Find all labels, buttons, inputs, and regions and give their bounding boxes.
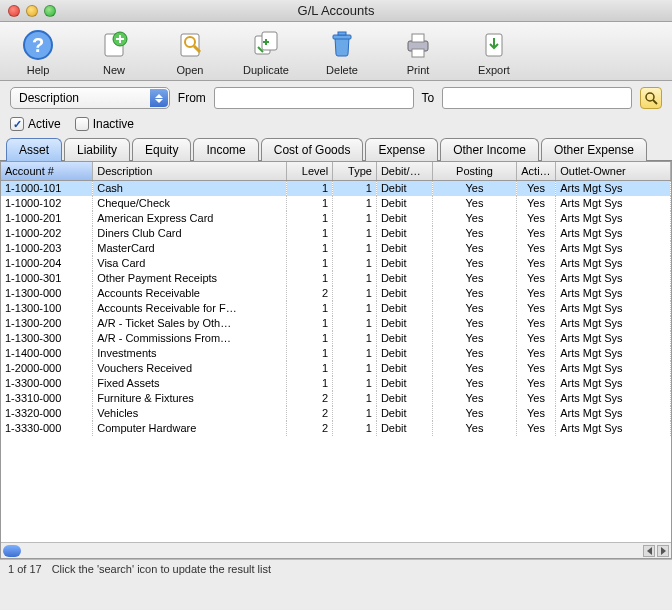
cell-account: 1-3310-000 bbox=[1, 391, 93, 406]
scroll-right-icon[interactable] bbox=[657, 545, 669, 557]
table-row[interactable]: 1-1000-201American Express Card11DebitYe… bbox=[1, 211, 671, 226]
table-body: 1-1000-101Cash11DebitYesYesArts Mgt Sys1… bbox=[1, 181, 671, 436]
to-input[interactable] bbox=[442, 87, 632, 109]
cell-type: 1 bbox=[333, 286, 377, 301]
tab-liability[interactable]: Liability bbox=[64, 138, 130, 161]
cell-description: Visa Card bbox=[93, 256, 287, 271]
cell-posting: Yes bbox=[433, 241, 516, 256]
table-row[interactable]: 1-3330-000Computer Hardware21DebitYesYes… bbox=[1, 421, 671, 436]
table-row[interactable]: 1-3320-000Vehicles21DebitYesYesArts Mgt … bbox=[1, 406, 671, 421]
cell-dc: Debit bbox=[376, 211, 432, 226]
cell-posting: Yes bbox=[433, 286, 516, 301]
inactive-checkbox[interactable]: Inactive bbox=[75, 117, 134, 131]
cell-account: 1-3320-000 bbox=[1, 406, 93, 421]
new-button[interactable]: New bbox=[86, 28, 142, 76]
search-button[interactable] bbox=[640, 87, 662, 109]
tab-expense[interactable]: Expense bbox=[365, 138, 438, 161]
from-label: From bbox=[178, 91, 206, 105]
column-header-type[interactable]: Type bbox=[333, 162, 377, 180]
cell-owner: Arts Mgt Sys bbox=[556, 286, 671, 301]
cell-posting: Yes bbox=[433, 196, 516, 211]
column-header-description[interactable]: Description bbox=[93, 162, 287, 180]
column-header-account[interactable]: Account # bbox=[1, 162, 93, 180]
cell-active: Yes bbox=[516, 196, 556, 211]
cell-type: 1 bbox=[333, 331, 377, 346]
cell-owner: Arts Mgt Sys bbox=[556, 196, 671, 211]
cell-description: Fixed Assets bbox=[93, 376, 287, 391]
column-header-active[interactable]: Acti… bbox=[516, 162, 556, 180]
table-row[interactable]: 1-3310-000Furniture & Fixtures21DebitYes… bbox=[1, 391, 671, 406]
scroll-left-icon[interactable] bbox=[643, 545, 655, 557]
column-header-posting[interactable]: Posting bbox=[433, 162, 516, 180]
cell-owner: Arts Mgt Sys bbox=[556, 301, 671, 316]
delete-button[interactable]: Delete bbox=[314, 28, 370, 76]
cell-active: Yes bbox=[516, 361, 556, 376]
svg-rect-12 bbox=[412, 34, 424, 42]
help-button[interactable]: ?Help bbox=[10, 28, 66, 76]
table-row[interactable]: 1-1400-000Investments11DebitYesYesArts M… bbox=[1, 346, 671, 361]
cell-description: Furniture & Fixtures bbox=[93, 391, 287, 406]
cell-account: 1-2000-000 bbox=[1, 361, 93, 376]
table-row[interactable]: 1-1000-204Visa Card11DebitYesYesArts Mgt… bbox=[1, 256, 671, 271]
cell-posting: Yes bbox=[433, 226, 516, 241]
cell-active: Yes bbox=[516, 226, 556, 241]
open-button[interactable]: Open bbox=[162, 28, 218, 76]
table-row[interactable]: 1-3300-000Fixed Assets11DebitYesYesArts … bbox=[1, 376, 671, 391]
column-header-level[interactable]: Level bbox=[287, 162, 333, 180]
cell-account: 1-1000-201 bbox=[1, 211, 93, 226]
cell-active: Yes bbox=[516, 271, 556, 286]
toolbar-label: Duplicate bbox=[243, 64, 289, 76]
cell-dc: Debit bbox=[376, 271, 432, 286]
status-bar: 1 of 17 Click the 'search' icon to updat… bbox=[0, 559, 672, 578]
cell-dc: Debit bbox=[376, 196, 432, 211]
cell-posting: Yes bbox=[433, 361, 516, 376]
tab-asset[interactable]: Asset bbox=[6, 138, 62, 161]
toolbar-label: Help bbox=[27, 64, 50, 76]
table-row[interactable]: 1-1000-102Cheque/Check11DebitYesYesArts … bbox=[1, 196, 671, 211]
cell-owner: Arts Mgt Sys bbox=[556, 376, 671, 391]
cell-owner: Arts Mgt Sys bbox=[556, 406, 671, 421]
cell-active: Yes bbox=[516, 286, 556, 301]
tab-income[interactable]: Income bbox=[193, 138, 258, 161]
table-row[interactable]: 1-1000-301Other Payment Receipts11DebitY… bbox=[1, 271, 671, 286]
horizontal-scrollbar[interactable] bbox=[1, 542, 671, 558]
table-row[interactable]: 1-1000-101Cash11DebitYesYesArts Mgt Sys bbox=[1, 181, 671, 196]
tab-other-income[interactable]: Other Income bbox=[440, 138, 539, 161]
cell-level: 1 bbox=[287, 301, 333, 316]
status-hint: Click the 'search' icon to update the re… bbox=[52, 563, 271, 575]
table-row[interactable]: 1-2000-000Vouchers Received11DebitYesYes… bbox=[1, 361, 671, 376]
table-row[interactable]: 1-1000-202Diners Club Card11DebitYesYesA… bbox=[1, 226, 671, 241]
column-header-debit[interactable]: Debit/… bbox=[376, 162, 432, 180]
table-row[interactable]: 1-1300-100Accounts Receivable for F…11De… bbox=[1, 301, 671, 316]
tab-cogs[interactable]: Cost of Goods bbox=[261, 138, 364, 161]
svg-line-16 bbox=[653, 100, 657, 104]
cell-account: 1-1000-203 bbox=[1, 241, 93, 256]
cell-level: 1 bbox=[287, 241, 333, 256]
cell-description: MasterCard bbox=[93, 241, 287, 256]
new-icon bbox=[97, 28, 131, 62]
cell-dc: Debit bbox=[376, 346, 432, 361]
svg-rect-13 bbox=[412, 49, 424, 57]
print-button[interactable]: Print bbox=[390, 28, 446, 76]
active-checkbox[interactable]: ✓ Active bbox=[10, 117, 61, 131]
status-filter: ✓ Active Inactive bbox=[0, 115, 672, 137]
tab-other-expense[interactable]: Other Expense bbox=[541, 138, 647, 161]
filter-field-select[interactable]: Description bbox=[10, 87, 170, 109]
cell-level: 1 bbox=[287, 226, 333, 241]
cell-type: 1 bbox=[333, 196, 377, 211]
cell-type: 1 bbox=[333, 181, 377, 196]
duplicate-button[interactable]: Duplicate bbox=[238, 28, 294, 76]
cell-dc: Debit bbox=[376, 226, 432, 241]
cell-type: 1 bbox=[333, 421, 377, 436]
table-row[interactable]: 1-1000-203MasterCard11DebitYesYesArts Mg… bbox=[1, 241, 671, 256]
tab-equity[interactable]: Equity bbox=[132, 138, 191, 161]
cell-posting: Yes bbox=[433, 391, 516, 406]
table-row[interactable]: 1-1300-000Accounts Receivable21DebitYesY… bbox=[1, 286, 671, 301]
from-input[interactable] bbox=[214, 87, 414, 109]
table-row[interactable]: 1-1300-300A/R - Commissions From…11Debit… bbox=[1, 331, 671, 346]
cell-level: 1 bbox=[287, 316, 333, 331]
export-button[interactable]: Export bbox=[466, 28, 522, 76]
table-row[interactable]: 1-1300-200A/R - Ticket Sales by Oth…11De… bbox=[1, 316, 671, 331]
scroll-thumb[interactable] bbox=[3, 545, 21, 557]
column-header-owner[interactable]: Outlet-Owner bbox=[556, 162, 671, 180]
